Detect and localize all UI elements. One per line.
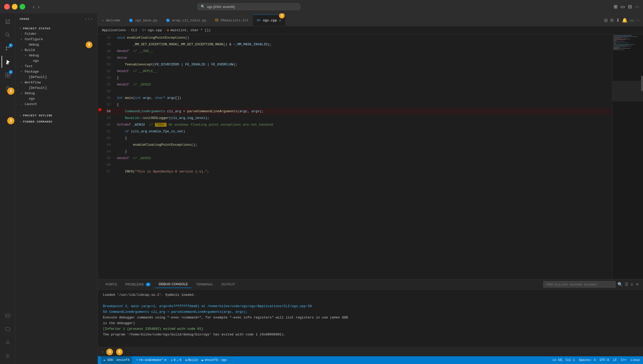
status-debug-session[interactable]: ▶ envinf3: ogs xyxy=(202,358,227,362)
tree-item-test[interactable]: › Test xyxy=(15,64,98,69)
tab-close-ogs-cpp[interactable]: ✕ xyxy=(279,18,281,23)
status-os[interactable]: Linux xyxy=(631,358,640,362)
tree-item-package-default[interactable]: [Default] xyxy=(15,74,98,80)
notification-button[interactable]: 🔔 xyxy=(622,18,628,23)
activity-extensions[interactable]: 2 xyxy=(2,69,14,81)
activity-run-debug[interactable] xyxy=(2,56,14,68)
more-editor-button[interactable]: ··· xyxy=(636,18,640,23)
svg-rect-9 xyxy=(5,75,7,77)
forward-button[interactable]: › xyxy=(38,4,40,10)
section-project-status[interactable]: ▾ PROJECT STATUS xyxy=(15,25,98,31)
tab-icon-welcome: ✦ xyxy=(102,18,104,23)
section-pinned-commands[interactable]: › PINNED COMMANDS xyxy=(15,118,98,124)
sidebar-header: CMAKE ··· xyxy=(15,13,98,25)
tab-welcome[interactable]: ✦ Welcome xyxy=(98,15,125,26)
tree-item-build-debug[interactable]: ▾ debug xyxy=(15,53,98,58)
minimap-scrollbar[interactable] xyxy=(641,76,643,91)
launch-arrow: › xyxy=(21,103,25,106)
status-warnings-label: 6 xyxy=(179,358,181,362)
status-build-label: Build xyxy=(188,358,198,362)
status-spaces[interactable]: Spaces: 4 xyxy=(579,358,596,362)
settings-gear-button[interactable]: ⚙ xyxy=(610,18,614,23)
tab-ogs-cpp[interactable]: C+ ogs.cpp ✕ 2 xyxy=(253,15,285,26)
tree-item-configure[interactable]: ▾ Configure xyxy=(15,37,98,42)
tab-wrap-cli[interactable]: 🔷 wrap_cli_tools.py xyxy=(162,15,211,26)
tree-item-build-ogs[interactable]: ogs xyxy=(15,58,98,64)
panel-tab-problems[interactable]: PROBLEMS 6 xyxy=(122,281,154,288)
activity-search[interactable] xyxy=(2,29,14,41)
activity-settings[interactable] xyxy=(2,350,14,362)
panel-search-button[interactable]: 🔍 xyxy=(618,282,623,287)
minimize-button[interactable] xyxy=(12,4,18,10)
tab-badge-1: 2 xyxy=(279,13,285,19)
tab-cmakelists[interactable]: Ⓜ CMakeLists.txt xyxy=(211,15,253,26)
tree-item-build[interactable]: ▾ Build xyxy=(15,47,98,53)
split-editor-button[interactable]: ⊞ xyxy=(604,18,608,23)
panel-list-button[interactable]: ☰ xyxy=(625,282,628,287)
breadcrumb-sep-3: › xyxy=(163,28,166,32)
activity-remote[interactable] xyxy=(2,309,14,322)
sidebar-toggle-button[interactable]: ▭ xyxy=(630,18,634,23)
breadcrumb-cli[interactable]: CLI xyxy=(131,28,137,32)
back-button[interactable]: ‹ xyxy=(33,4,35,10)
code-line-51: 51 feenableexcept(FE_DIVBYZERO | FE_INVA… xyxy=(98,61,612,68)
tree-item-debug[interactable]: ▾ Debug xyxy=(15,91,98,96)
panel-filter-input[interactable] xyxy=(543,281,615,288)
tab-label-cmakelists: CMakeLists.txt xyxy=(221,19,249,22)
panel-tab-debug-console[interactable]: DEBUG CONSOLE xyxy=(155,281,192,288)
status-position[interactable]: Ln 58, Col 1 xyxy=(553,358,575,362)
address-input[interactable] xyxy=(207,5,297,9)
breadcrumb-applications[interactable]: Applications xyxy=(102,28,126,32)
panel-tab-ports[interactable]: PORTS xyxy=(102,281,121,288)
panel-layout-icon[interactable]: ▭ xyxy=(621,4,625,10)
linenum-59: 59 xyxy=(102,115,115,122)
code-editor[interactable]: 44 void enableFloatingPointExceptions() … xyxy=(98,34,612,279)
status-ssh[interactable]: ⇌ SSH: envinf4 xyxy=(101,356,132,364)
tree-item-folder[interactable]: › Folder xyxy=(15,31,98,37)
tree-item-package[interactable]: ▾ Package xyxy=(15,69,98,74)
content-52: #endif // __APPLE__ xyxy=(115,68,612,75)
tab-ogs-base[interactable]: 🔷 ogs_base.py xyxy=(125,15,162,26)
panel-up-button[interactable]: ∧ xyxy=(630,282,633,287)
tree-item-debug-ogs[interactable]: ogs xyxy=(15,96,98,101)
code-line-60: 60 #ifndef _WIN32 // TODO: On windows fl… xyxy=(98,122,612,128)
tab-icon-ogs-base: 🔷 xyxy=(129,18,133,23)
download-button[interactable]: ⬇ xyxy=(616,18,620,23)
sidebar-more-button[interactable]: ··· xyxy=(84,16,93,22)
activity-folder[interactable] xyxy=(2,323,14,335)
line-ending-label: LF xyxy=(613,358,617,362)
tree-item-workflow-default[interactable]: [Default] xyxy=(15,85,98,91)
breadcrumb-ogs-cpp[interactable]: ogs.cpp xyxy=(148,28,162,32)
tree-item-launch[interactable]: › Launch xyxy=(15,101,98,107)
status-language[interactable]: C++ xyxy=(621,358,627,362)
panel-tab-terminal[interactable]: TERMINAL xyxy=(193,281,217,288)
console-line-5: Execute debugger commands using "-exec <… xyxy=(103,315,638,320)
split-editor-icon[interactable]: ⊟ xyxy=(628,4,632,10)
status-errors[interactable]: ✕ 0 ⚠ 6 xyxy=(171,358,181,362)
debug-status-icon: ▶ xyxy=(202,358,204,362)
panel-expand-button[interactable]: › xyxy=(102,350,103,354)
address-bar[interactable]: 🔍 xyxy=(197,3,300,10)
panel-tab-output[interactable]: OUTPUT xyxy=(218,281,239,288)
tree-label: ogs xyxy=(33,59,98,63)
close-button[interactable] xyxy=(4,4,10,10)
tree-item-workflow[interactable]: ▾ Workflow xyxy=(15,80,98,85)
maximize-button[interactable] xyxy=(20,4,25,10)
status-build[interactable]: ⚙ Build xyxy=(185,358,197,362)
panel-close-button[interactable]: ✕ xyxy=(636,282,639,287)
tree-item-configure-debug[interactable]: debug 4 xyxy=(15,42,98,47)
layout-icon[interactable]: ⊞ xyxy=(614,4,618,10)
status-encoding[interactable]: UTF-8 xyxy=(600,358,609,362)
activity-source-control[interactable]: 2 xyxy=(2,42,14,55)
more-options-icon[interactable]: ··· xyxy=(635,4,639,10)
activity-explorer[interactable] xyxy=(2,15,14,28)
section-project-outline[interactable]: › PROJECT OUTLINE xyxy=(15,112,98,118)
content-56: int main(int argc, char* argv[]) xyxy=(115,95,612,101)
linenum-66: 66 xyxy=(102,162,115,168)
status-branch[interactable]: ⑂ rm-snakemake* ⟳ xyxy=(136,358,167,362)
status-line-ending[interactable]: LF xyxy=(613,358,617,362)
breadcrumb-main-func[interactable]: main(int, char * []) xyxy=(171,28,211,32)
warning-icon: ⚠ xyxy=(177,358,178,362)
source-control-badge: 2 xyxy=(9,43,13,47)
activity-accounts[interactable] xyxy=(2,336,14,349)
